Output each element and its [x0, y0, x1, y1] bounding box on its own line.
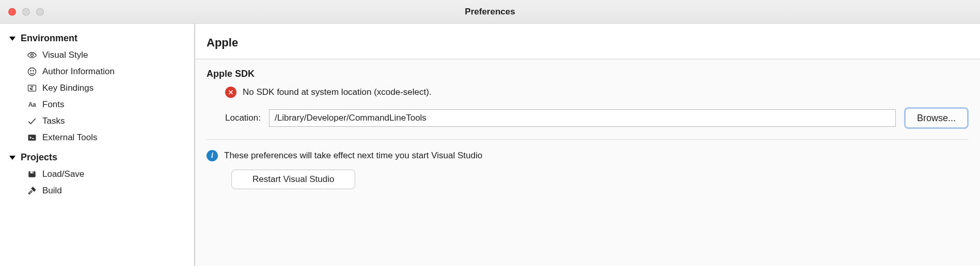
terminal-icon: [27, 132, 37, 143]
page-title: Apple: [195, 24, 980, 59]
sidebar-item-external-tools[interactable]: External Tools: [9, 129, 194, 146]
hammer-icon: [27, 186, 37, 196]
restart-button[interactable]: Restart Visual Studio: [231, 170, 355, 189]
zoom-window-button[interactable]: [36, 8, 44, 15]
sidebar-section-environment[interactable]: Environment: [9, 31, 194, 47]
restart-info-message: These preferences will take effect next …: [224, 151, 482, 161]
group-title-apple-sdk: Apple SDK: [207, 69, 969, 79]
sidebar-item-load-save[interactable]: Load/Save: [9, 166, 194, 182]
disclosure-triangle-icon: [9, 37, 15, 41]
info-icon: i: [207, 150, 218, 161]
sidebar-item-label: Tasks: [42, 116, 65, 126]
preferences-sidebar: Environment Visual Style Author Informat…: [0, 24, 195, 266]
restart-info-row: i These preferences will take effect nex…: [207, 150, 969, 161]
check-icon: [27, 116, 37, 126]
traffic-lights: [8, 8, 44, 15]
sidebar-section-label: Environment: [21, 33, 77, 44]
error-icon: [225, 87, 236, 98]
svg-point-3: [33, 71, 34, 71]
sidebar-item-key-bindings[interactable]: Key Bindings: [9, 80, 194, 96]
svg-rect-5: [28, 135, 36, 141]
location-label: Location:: [225, 113, 261, 123]
sidebar-section-projects[interactable]: Projects: [9, 150, 194, 166]
close-window-button[interactable]: [8, 8, 16, 15]
eye-icon: [27, 50, 37, 60]
fonts-icon: Aa: [27, 99, 37, 110]
sidebar-item-label: Author Information: [42, 66, 115, 77]
sidebar-item-label: Visual Style: [42, 50, 88, 60]
sidebar-item-build[interactable]: Build: [9, 182, 194, 199]
content-pane: Apple Apple SDK No SDK found at system l…: [195, 24, 980, 266]
sidebar-item-label: External Tools: [42, 132, 97, 143]
window-titlebar: Preferences: [0, 0, 980, 24]
sidebar-item-visual-style[interactable]: Visual Style: [9, 47, 194, 63]
sidebar-item-tasks[interactable]: Tasks: [9, 113, 194, 129]
disclosure-triangle-icon: [9, 156, 15, 160]
sidebar-item-author-information[interactable]: Author Information: [9, 63, 194, 80]
keycap-icon: [27, 83, 37, 93]
svg-point-1: [28, 68, 36, 76]
sidebar-item-label: Key Bindings: [42, 83, 93, 93]
disk-icon: [27, 169, 37, 179]
sdk-error-message: No SDK found at system location (xcode-s…: [243, 87, 432, 97]
smiley-icon: [27, 66, 37, 77]
svg-rect-8: [33, 172, 34, 173]
divider: [207, 139, 969, 140]
sdk-error-row: No SDK found at system location (xcode-s…: [207, 87, 969, 98]
svg-point-2: [30, 71, 31, 71]
sidebar-item-label: Load/Save: [42, 169, 84, 179]
sidebar-item-label: Fonts: [42, 99, 65, 110]
browse-button[interactable]: Browse...: [904, 107, 969, 129]
sidebar-item-fonts[interactable]: Aa Fonts: [9, 96, 194, 113]
minimize-window-button[interactable]: [22, 8, 30, 15]
sdk-location-input[interactable]: [269, 109, 896, 127]
sidebar-item-label: Build: [42, 186, 62, 196]
svg-point-0: [31, 54, 34, 57]
sidebar-section-label: Projects: [21, 152, 57, 163]
window-title: Preferences: [465, 7, 515, 17]
